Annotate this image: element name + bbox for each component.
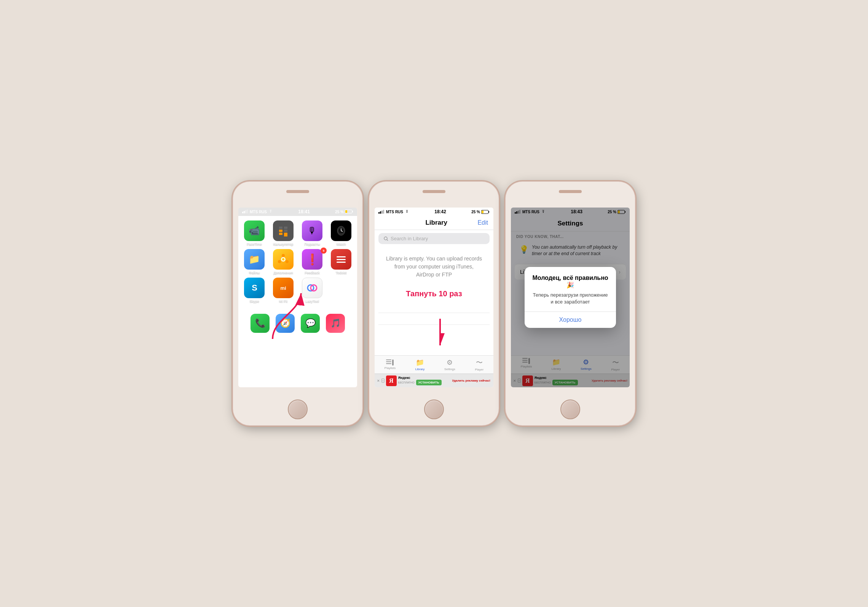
- svg-rect-23: [337, 259, 346, 260]
- ad-banner-2: ✕ i Я Яндекс БЕСПЛАТНО УСТАНОВИТЬ Удалит…: [375, 374, 493, 387]
- modal-body: Теперь перезагрузи приложение и все зара…: [532, 292, 608, 305]
- svg-rect-9: [279, 233, 282, 235]
- svg-line-36: [387, 240, 388, 241]
- modal-overlay: Молодец, всё правильно 🎉 Теперь перезагр…: [511, 208, 630, 387]
- wifi-icon-1: [268, 209, 273, 214]
- tab-playlists[interactable]: Playlists: [385, 359, 396, 370]
- app-skype[interactable]: S Skype: [241, 278, 267, 303]
- battery-icon-1: [345, 209, 353, 214]
- mifit-label: Mi Fit: [279, 299, 287, 303]
- mifit-icon: mi: [273, 278, 294, 298]
- divider-2: [378, 324, 490, 325]
- svg-point-20: [278, 260, 281, 263]
- facetime-label: FaceTime: [247, 242, 262, 246]
- dock-safari[interactable]: 🧭: [276, 314, 295, 333]
- battery-2: 25 %: [471, 210, 480, 214]
- carrier-2: MTS RUS: [386, 210, 403, 214]
- svg-rect-12: [284, 233, 287, 236]
- app-feedback[interactable]: ❗ 5 Feedback: [299, 249, 325, 275]
- svg-rect-33: [482, 211, 483, 213]
- tab-playlists-label: Playlists: [385, 366, 396, 370]
- app-calculator[interactable]: Калькулятор: [270, 220, 296, 246]
- addons-label: Дополнения: [274, 271, 293, 275]
- phone-2: MTS RUS 18:42 25 % Library Edit Search i…: [369, 182, 499, 425]
- svg-rect-6: [352, 211, 353, 212]
- modal-title: Молодец, всё правильно 🎉: [532, 275, 608, 289]
- facetime-icon: 📹: [244, 220, 265, 241]
- phone-home-2[interactable]: [424, 399, 444, 419]
- ad-install-2[interactable]: УСТАНОВИТЬ: [416, 380, 442, 385]
- lazytool-icon: [302, 278, 322, 298]
- svg-rect-0: [242, 212, 243, 213]
- app-lazytool[interactable]: LazyTool: [299, 278, 325, 303]
- files-label: Файлы: [249, 271, 260, 275]
- svg-rect-22: [337, 256, 346, 257]
- svg-rect-38: [386, 359, 391, 360]
- app-mifit[interactable]: mi Mi Fit: [270, 278, 296, 303]
- red-arrow-2: [425, 315, 455, 353]
- tab-library-label: Library: [415, 367, 424, 371]
- svg-rect-24: [337, 262, 346, 263]
- status-right-1: 25 %: [335, 209, 353, 214]
- phone-3: MTS RUS 18:43 25 % Settings DID YOU KNOW…: [506, 182, 635, 425]
- svg-rect-31: [383, 210, 384, 214]
- phone-speaker-2: [423, 190, 445, 193]
- app-grid: 📹 FaceTime Калькулятор 🎙 Подкасты: [238, 217, 357, 306]
- svg-rect-1: [244, 211, 245, 213]
- calc-icon: [273, 220, 294, 241]
- phone-speaker-3: [559, 190, 582, 193]
- ad-yandex-logo-2: Я: [386, 375, 397, 386]
- podcasts-label: Подкасты: [305, 242, 320, 246]
- ad-remove-2[interactable]: Удалить рекламу сейчас!: [451, 378, 491, 383]
- modal-box: Молодец, всё правильно 🎉 Теперь перезагр…: [525, 267, 616, 328]
- svg-point-19: [286, 260, 289, 263]
- tab-player[interactable]: 〜 Player: [475, 358, 483, 371]
- app-files[interactable]: 📁 Файлы: [241, 249, 267, 275]
- svg-point-35: [384, 237, 387, 240]
- phone-home-1[interactable]: [288, 399, 308, 419]
- dock-messages[interactable]: 💬: [301, 314, 320, 333]
- tab-player-label: Player: [475, 368, 483, 371]
- time-1: 18:41: [298, 209, 310, 214]
- feedback-icon: ❗: [302, 249, 322, 270]
- lazytool-label: LazyTool: [305, 299, 319, 303]
- status-left-2: MTS RUS: [378, 210, 409, 214]
- phone-3-screen: MTS RUS 18:43 25 % Settings DID YOU KNOW…: [511, 208, 630, 387]
- dock-music[interactable]: 🎵: [326, 314, 345, 333]
- svg-rect-34: [488, 211, 489, 212]
- watch-label: Watch: [336, 242, 346, 246]
- feedback-label: Feedback: [305, 271, 320, 275]
- todoist-icon: [331, 249, 351, 270]
- app-facetime[interactable]: 📹 FaceTime: [241, 220, 267, 246]
- svg-rect-28: [378, 212, 380, 214]
- library-nav: Library Edit: [375, 216, 493, 230]
- tab-bar-2: Playlists 📁 Library ⚙ Settings 〜 Player: [375, 355, 493, 374]
- page-dots-1: [238, 306, 357, 308]
- dock-1: 📞 🧭 💬 🎵: [241, 311, 354, 336]
- app-watch[interactable]: Watch: [328, 220, 354, 246]
- status-left-1: MTS RUS: [242, 209, 273, 214]
- carrier-1: MTS RUS: [250, 210, 267, 214]
- status-bar-1: MTS RUS 18:41 25 %: [238, 208, 357, 216]
- feedback-badge: 5: [321, 248, 327, 254]
- search-bar[interactable]: Search in Library: [378, 233, 490, 244]
- app-podcasts[interactable]: 🎙 Подкасты: [299, 220, 325, 246]
- phone-home-3[interactable]: [560, 399, 580, 419]
- calc-label: Калькулятор: [273, 242, 294, 246]
- status-right-2: 25 %: [471, 210, 490, 214]
- tap-annotation: Тапнуть 10 раз: [375, 286, 493, 301]
- svg-point-21: [282, 258, 284, 260]
- page-dot-3: [301, 306, 303, 308]
- tab-library[interactable]: 📁 Library: [415, 358, 424, 371]
- app-todoist[interactable]: Todoist: [328, 249, 354, 275]
- status-bar-2: MTS RUS 18:42 25 %: [375, 208, 493, 216]
- tab-settings[interactable]: ⚙ Settings: [444, 358, 455, 371]
- dock-phone[interactable]: 📞: [251, 314, 270, 333]
- phone-2-screen: MTS RUS 18:42 25 % Library Edit Search i…: [375, 208, 493, 387]
- library-edit-button[interactable]: Edit: [477, 219, 488, 226]
- modal-ok-button[interactable]: Хорошо: [532, 312, 608, 328]
- divider-1: [378, 313, 490, 313]
- watch-icon: [331, 220, 351, 241]
- phone-speaker-1: [286, 190, 309, 193]
- app-addons[interactable]: Дополнения: [270, 249, 296, 275]
